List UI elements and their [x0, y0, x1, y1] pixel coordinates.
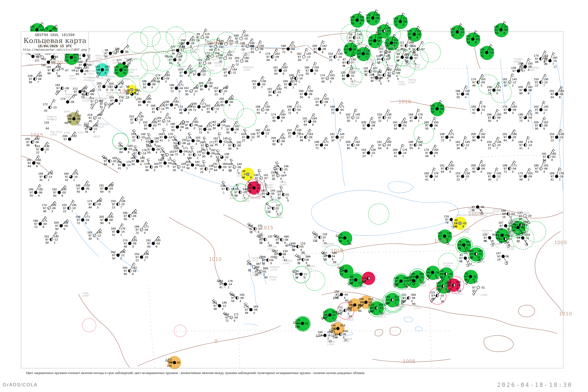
station-temperature: 186 [489, 25, 498, 28]
wind-barb-feather [504, 23, 506, 24]
station-temperature: 198 [25, 25, 34, 28]
station-dot-circle [500, 28, 502, 31]
wind-barb-feather [360, 12, 362, 13]
station-temperature: 186 [345, 16, 355, 18]
station-value-right: 4 [360, 22, 361, 25]
station-visibility: 97 [390, 20, 398, 23]
station-visibility: 97 [491, 28, 498, 31]
wind-barb-shaft [400, 13, 402, 20]
station-cloud-cover-dot [372, 17, 374, 20]
station-pressure: 138 [460, 28, 464, 30]
station-temperature: 162 [372, 26, 382, 29]
wind-barb-feather [375, 11, 377, 13]
station-visibility: 97 [27, 28, 34, 31]
station-visibility: 97 [363, 17, 370, 20]
wind-barb-feather [387, 22, 389, 24]
station-tendency: -04 [402, 20, 407, 23]
map-frame [21, 32, 563, 368]
wind-barb-feather [402, 14, 404, 16]
wind-barb-feather [42, 22, 43, 24]
station-dot-circle [36, 28, 38, 31]
render-timestamp: 2026-04-18-18:30 [497, 382, 572, 388]
wind-barb-feather [356, 29, 358, 30]
wind-barb-feather [460, 25, 462, 27]
station-tendency: -06 [503, 28, 508, 31]
station-cloud-cover-dot [356, 19, 359, 22]
station-cloud-cover-dot [36, 28, 38, 31]
station-cloud-cover-dot [399, 20, 402, 23]
station-pressure: 163 [53, 27, 58, 30]
station-dot-circle [372, 17, 374, 20]
station-pressure: 171 [402, 17, 408, 20]
station-value-right: 5 [402, 23, 404, 26]
wind-barb-feather [460, 24, 462, 25]
wind-barb-feather [418, 26, 420, 28]
legend-caption: Цвет закрашенных кружков означает явлени… [26, 371, 365, 375]
wind-barb-feather [376, 10, 378, 11]
station-pressure: 145 [386, 26, 391, 29]
station-cloud-cover-dot [500, 28, 502, 31]
wind-barb-feather [206, 29, 207, 30]
station-dot-circle [399, 20, 402, 23]
wind-barb-feather [402, 13, 405, 14]
station-pressure: 163 [375, 14, 380, 16]
station-dewpoint: 48 [362, 20, 370, 22]
station-visibility: 97 [347, 19, 354, 22]
wind-barb-feather [359, 13, 361, 14]
station-value-right: 3 [375, 20, 377, 22]
wind-barb-feather [504, 21, 506, 23]
bulletin-code: QBSF98 UAOL 181500 [21, 33, 88, 37]
grads-credit: GrADS/COLA [3, 382, 38, 387]
map-datetime: 18/04/2026 15 UTC [21, 44, 88, 48]
station-tendency: -09 [375, 17, 380, 20]
wind-barb-shaft [358, 12, 360, 19]
map-title-box: QBSF98 UAOL 181500 Кольцевая карта 18/04… [21, 32, 89, 54]
station-pressure: 171 [39, 25, 44, 28]
ring-map-screenshot: 14520997011055713297-02499897-065618497-… [0, 0, 588, 392]
station-tendency: -04 [39, 28, 44, 31]
map-source-url: http://meteocenter.net/circ/LBSF.png [21, 48, 88, 52]
station-temperature: 153 [446, 28, 455, 30]
station-temperature: 174 [361, 14, 370, 16]
station-dewpoint: 55 [346, 22, 354, 25]
station-dewpoint: 72 [390, 23, 398, 26]
station-pressure: 150 [503, 25, 508, 28]
wind-barb-feather [386, 24, 388, 26]
station-temperature: 198 [388, 17, 398, 20]
station-dot-circle [356, 19, 359, 22]
map-title: Кольцевая карта [21, 37, 88, 44]
